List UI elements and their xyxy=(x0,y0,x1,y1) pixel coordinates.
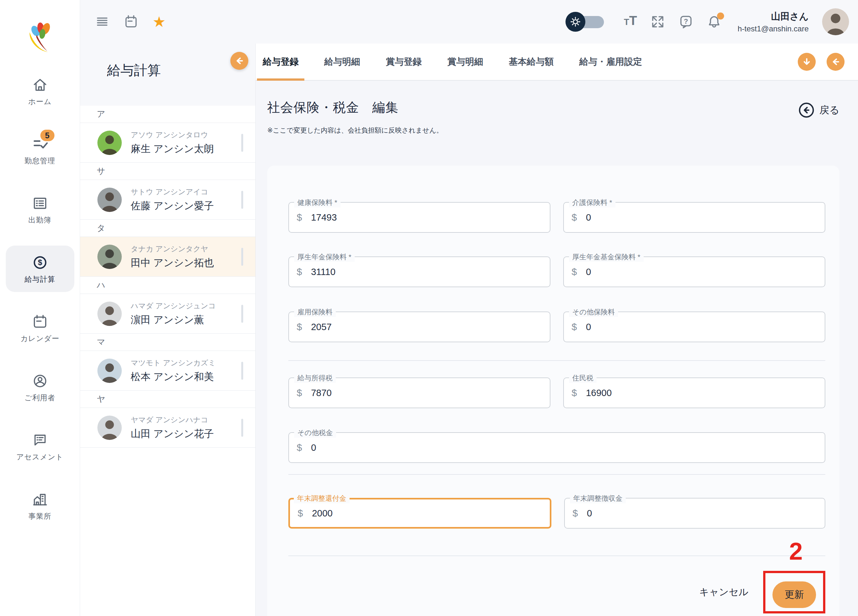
employee-avatar xyxy=(97,188,122,212)
resident-tax-input[interactable] xyxy=(586,388,817,398)
app-window: ホーム 5 勤怠管理 出勤簿 $ 給与計算 カレンダー xyxy=(0,0,858,616)
employee-names: ヤマダ アンシンハナコ 山田 アンシン花子 xyxy=(131,415,214,441)
user-info[interactable]: 山田さん h-test1@anshin.care xyxy=(738,10,809,33)
employee-row-hamada[interactable]: ハマダ アンシンジュンコ 濵田 アンシン薫 xyxy=(80,294,255,334)
pension-fund-insurance-input[interactable] xyxy=(586,267,817,277)
favorite-star-icon[interactable]: ★ xyxy=(152,14,166,29)
return-label: 戻る xyxy=(819,103,839,117)
sidebar-item-users[interactable]: ご利用者 xyxy=(6,364,74,410)
home-icon xyxy=(32,77,48,93)
svg-text:$: $ xyxy=(38,258,42,267)
topbar: ★ TT ? xyxy=(80,0,858,43)
other-tax-input[interactable] xyxy=(311,442,817,453)
fullscreen-icon[interactable] xyxy=(650,14,665,29)
timesheet-icon xyxy=(32,195,48,211)
field-other-insurance: その他保険料 $ xyxy=(563,312,825,342)
sidebar-item-timesheet[interactable]: 出勤簿 xyxy=(6,186,74,233)
page-title: 社会保険・税金 編集 xyxy=(267,99,443,116)
office-building-icon xyxy=(32,492,48,507)
employee-kana: マツモト アンシンカズミ xyxy=(131,358,216,368)
other-insurance-input[interactable] xyxy=(586,322,817,332)
care-insurance-input[interactable] xyxy=(586,212,817,223)
help-icon[interactable]: ? xyxy=(679,14,693,29)
employee-kana: ヤマダ アンシンハナコ xyxy=(131,415,214,425)
section-divider xyxy=(288,360,825,361)
employee-row-satou[interactable]: サトウ アンシンアイコ 佐藤 アンシン愛子 xyxy=(80,180,255,220)
user-circle-icon xyxy=(32,373,48,389)
field-pension-fund-insurance: 厚生年金基金保険料 * $ xyxy=(563,256,825,287)
tab-salary-register[interactable]: 給与登録 xyxy=(260,43,301,80)
tab-salary-employment-settings[interactable]: 給与・雇用設定 xyxy=(577,43,645,80)
employee-kanji: 麻生 アンシン太朗 xyxy=(131,142,214,155)
annotation-highlight-box: 2 更新 xyxy=(763,571,825,613)
sidebar-item-home[interactable]: ホーム xyxy=(6,68,74,114)
row-scroll-nub xyxy=(241,191,243,209)
section-divider xyxy=(288,555,825,556)
tab-base-salary[interactable]: 基本給与額 xyxy=(506,43,556,80)
yearend-refund-input[interactable] xyxy=(312,508,542,519)
yearend-collection-input[interactable] xyxy=(587,508,817,519)
tab-bonus-detail[interactable]: 賞与明細 xyxy=(445,43,486,80)
employee-kana: ハマダ アンシンジュンコ xyxy=(131,301,216,311)
employee-row-matsumoto[interactable]: マツモト アンシンカズミ 松本 アンシン和美 xyxy=(80,351,255,391)
user-name: 山田さん xyxy=(738,10,809,23)
dollar-icon: $ xyxy=(572,387,577,398)
field-label: 雇用保険料 xyxy=(294,307,336,317)
text-size-icon[interactable]: TT xyxy=(624,14,637,30)
return-button[interactable]: 戻る xyxy=(798,102,839,118)
employee-row-tanaka-selected[interactable]: タナカ アンシンタクヤ 田中 アンシン拓也 xyxy=(80,237,255,277)
attendance-check-icon: 5 xyxy=(32,136,48,152)
sidebar-item-label: 勤怠管理 xyxy=(25,156,56,166)
sidebar-item-payroll[interactable]: $ 給与計算 xyxy=(6,245,74,292)
menu-icon[interactable] xyxy=(95,14,110,29)
employee-avatar xyxy=(97,302,122,326)
arrow-left-circle-icon xyxy=(798,102,815,118)
sidebar: ホーム 5 勤怠管理 出勤簿 $ 給与計算 カレンダー xyxy=(0,0,80,616)
dollar-icon: $ xyxy=(298,508,303,519)
field-income-tax: 給与所得税 $ xyxy=(288,377,550,408)
attendance-badge: 5 xyxy=(40,130,54,141)
health-insurance-input[interactable] xyxy=(311,212,542,223)
sun-icon xyxy=(566,12,585,32)
field-label: 介護保険料 * xyxy=(569,198,616,208)
group-letter: ヤ xyxy=(80,391,255,408)
calendar-shortcut-icon[interactable] xyxy=(124,14,138,29)
row-scroll-nub xyxy=(241,419,243,437)
assessment-icon xyxy=(32,432,48,448)
dollar-icon: $ xyxy=(572,266,577,277)
sidebar-item-assessment[interactable]: アセスメント xyxy=(6,423,74,470)
sidebar-item-office[interactable]: 事業所 xyxy=(6,483,74,529)
pension-insurance-input[interactable] xyxy=(311,267,542,277)
income-tax-input[interactable] xyxy=(311,388,542,398)
employee-kanji: 山田 アンシン花子 xyxy=(131,427,214,441)
field-health-insurance: 健康保険料 * $ xyxy=(288,202,550,233)
row-scroll-nub xyxy=(241,248,243,266)
download-button[interactable] xyxy=(798,53,816,71)
annotation-step-number: 2 xyxy=(789,539,802,563)
tab-bonus-register[interactable]: 賞与登録 xyxy=(383,43,424,80)
theme-toggle[interactable] xyxy=(567,14,605,29)
dollar-icon: $ xyxy=(297,442,302,453)
cancel-button[interactable]: キャンセル xyxy=(699,586,748,599)
app-logo xyxy=(23,19,57,54)
employee-row-yamada[interactable]: ヤマダ アンシンハナコ 山田 アンシン花子 xyxy=(80,408,255,448)
employee-row-asou[interactable]: アソウ アンシンタロウ 麻生 アンシン太朗 xyxy=(80,123,255,163)
employee-names: マツモト アンシンカズミ 松本 アンシン和美 xyxy=(131,358,216,383)
tab-salary-detail[interactable]: 給与明細 xyxy=(322,43,363,80)
panel-collapse-button[interactable] xyxy=(230,52,248,70)
main-content: 給与登録 給与明細 賞与登録 賞与明細 基本給与額 給与・雇用設定 xyxy=(256,43,858,616)
update-button[interactable]: 更新 xyxy=(773,582,816,608)
employment-insurance-input[interactable] xyxy=(311,322,542,332)
employee-list: ア アソウ アンシンタロウ 麻生 アンシン太朗 サ xyxy=(80,106,255,616)
notification-bell-icon[interactable] xyxy=(707,14,721,29)
field-label: 厚生年金保険料 * xyxy=(294,252,355,262)
sidebar-item-calendar[interactable]: カレンダー xyxy=(6,305,74,351)
field-label: その他税金 xyxy=(294,428,336,438)
sidebar-item-attendance[interactable]: 5 勤怠管理 xyxy=(6,127,74,174)
dollar-icon: $ xyxy=(572,321,577,332)
page-note: ※ここで変更した内容は、会社負担額に反映されません。 xyxy=(267,126,443,135)
user-avatar[interactable] xyxy=(822,8,849,35)
dollar-icon: $ xyxy=(297,212,302,223)
content-area: 社会保険・税金 編集 ※ここで変更した内容は、会社負担額に反映されません。 戻る xyxy=(256,81,858,616)
back-circle-button[interactable] xyxy=(827,53,844,71)
